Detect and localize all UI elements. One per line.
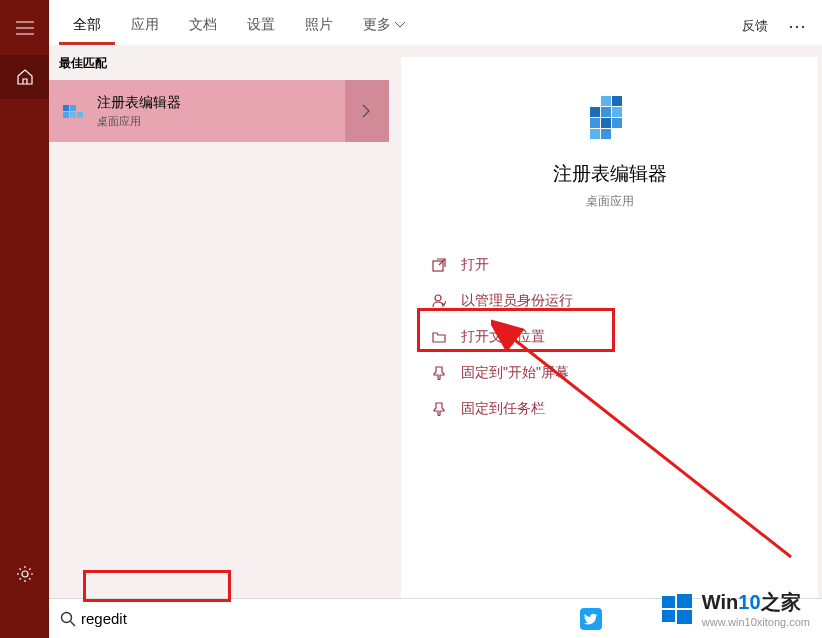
result-item-regedit[interactable]: 注册表编辑器 桌面应用 (49, 80, 389, 142)
results-column: 最佳匹配 注册表编辑器 桌面应用 (49, 45, 389, 638)
svg-rect-8 (601, 107, 611, 117)
svg-rect-9 (612, 107, 622, 117)
svg-point-18 (435, 295, 441, 301)
windows-logo-icon (660, 592, 694, 626)
svg-rect-25 (677, 610, 692, 624)
svg-rect-16 (601, 129, 611, 139)
svg-point-0 (22, 571, 28, 577)
best-match-header: 最佳匹配 (49, 45, 389, 80)
svg-rect-7 (590, 107, 600, 117)
svg-rect-1 (63, 105, 69, 111)
result-subtitle: 桌面应用 (97, 114, 345, 129)
tab-settings[interactable]: 设置 (233, 6, 289, 45)
feedback-link[interactable]: 反馈 (734, 17, 776, 35)
svg-rect-6 (70, 112, 76, 118)
svg-line-21 (71, 621, 76, 626)
detail-title: 注册表编辑器 (553, 161, 667, 187)
result-expand-button[interactable] (345, 80, 389, 142)
detail-regedit-icon (580, 87, 640, 147)
tab-more[interactable]: 更多 (349, 6, 419, 45)
main-area: 全部 应用 文档 设置 照片 更多 反馈 ⋯ 最佳匹配 注册表编辑器 桌面应用 (49, 0, 822, 638)
svg-rect-23 (677, 594, 692, 608)
home-button[interactable] (0, 55, 49, 99)
svg-point-20 (62, 612, 72, 622)
svg-rect-10 (590, 118, 600, 128)
tab-all[interactable]: 全部 (59, 6, 115, 45)
action-folder-label: 打开文件位置 (461, 328, 545, 346)
action-admin-label: 以管理员身份运行 (461, 292, 573, 310)
left-rail (0, 0, 49, 638)
hamburger-menu-button[interactable] (0, 6, 49, 50)
svg-rect-12 (612, 118, 622, 128)
tab-photos[interactable]: 照片 (291, 6, 347, 45)
svg-rect-3 (63, 112, 69, 118)
wm-brand2: 10 (738, 591, 760, 613)
svg-rect-13 (601, 96, 611, 106)
detail-subtitle: 桌面应用 (586, 193, 634, 210)
svg-rect-14 (612, 96, 622, 106)
wm-brand3: 之家 (761, 591, 801, 613)
pin-start-icon (431, 365, 447, 381)
svg-rect-5 (77, 112, 83, 118)
svg-rect-15 (590, 129, 600, 139)
settings-button[interactable] (0, 552, 49, 596)
detail-panel: 注册表编辑器 桌面应用 打开 以管理员身份运行 打开文件位置 固定 (401, 57, 818, 634)
action-pin-to-taskbar[interactable]: 固定到任务栏 (427, 394, 818, 424)
wm-url: www.win10xitong.com (702, 616, 810, 628)
action-pinstart-label: 固定到"开始"屏幕 (461, 364, 569, 382)
pin-taskbar-icon (431, 401, 447, 417)
tab-bar: 全部 应用 文档 设置 照片 更多 反馈 ⋯ (49, 0, 822, 45)
svg-rect-11 (601, 118, 611, 128)
action-open[interactable]: 打开 (427, 250, 818, 280)
action-pintaskbar-label: 固定到任务栏 (461, 400, 545, 418)
admin-icon (431, 293, 447, 309)
search-icon (49, 611, 77, 627)
regedit-icon (49, 97, 97, 125)
watermark: Win10之家 www.win10xitong.com (660, 589, 810, 628)
svg-rect-24 (662, 610, 675, 622)
action-list: 打开 以管理员身份运行 打开文件位置 固定到"开始"屏幕 固定到任务栏 (401, 250, 818, 430)
tab-apps[interactable]: 应用 (117, 6, 173, 45)
tab-documents[interactable]: 文档 (175, 6, 231, 45)
more-options-button[interactable]: ⋯ (784, 15, 812, 37)
result-title: 注册表编辑器 (97, 94, 345, 112)
action-open-file-location[interactable]: 打开文件位置 (427, 322, 818, 352)
svg-rect-2 (70, 105, 76, 111)
svg-rect-22 (662, 596, 675, 608)
action-run-as-admin[interactable]: 以管理员身份运行 (427, 286, 818, 316)
folder-icon (431, 329, 447, 345)
twitter-icon (580, 608, 602, 630)
open-icon (431, 257, 447, 273)
action-pin-to-start[interactable]: 固定到"开始"屏幕 (427, 358, 818, 388)
action-open-label: 打开 (461, 256, 489, 274)
wm-brand1: Win (702, 591, 738, 613)
